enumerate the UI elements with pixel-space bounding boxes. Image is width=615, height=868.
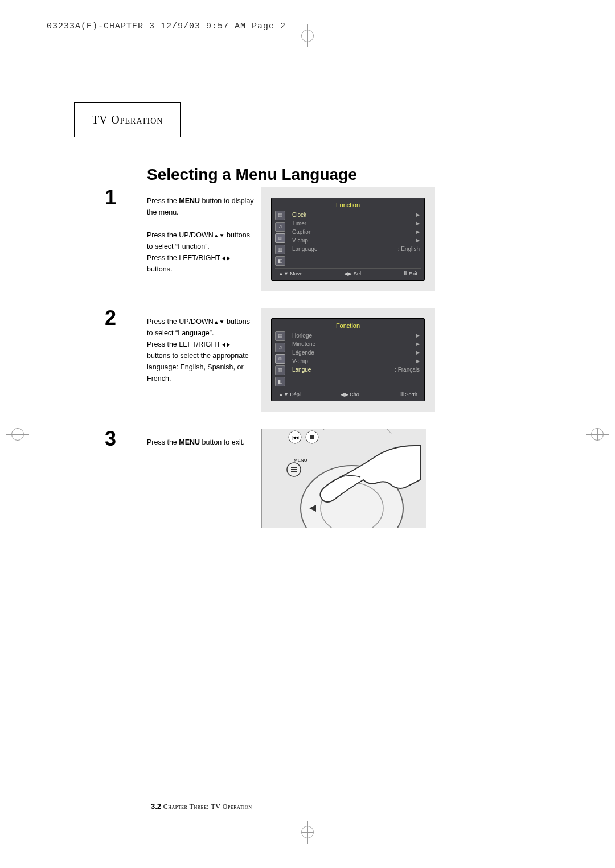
osd-screenshot-2: Fonction ▤ ♫ ⧈ ▥ ◧ Horloge▶ Minuterie▶ [261,308,435,412]
svg-rect-3 [310,435,314,439]
crop-mark-top [301,30,314,42]
osd-icon-column: ▤ ♫ ⧈ ▥ ◧ [275,331,291,386]
osd: Fonction ▤ ♫ ⧈ ▥ ◧ Horloge▶ Minuterie▶ [271,318,425,401]
up-down-arrows-icon [214,231,225,239]
osd-tab-icon: ⧈ [275,354,285,364]
svg-rect-5 [291,469,297,470]
osd-icon-column: ▤ ♫ ⧈ ▥ ◧ [275,211,291,266]
osd-screenshot-1: Function ▤ ♫ ⧈ ▥ ◧ Clock▶ Timer▶ Capti [261,187,435,291]
osd-item: Horloge▶ [291,331,421,340]
osd-tab-icon: ♫ [275,222,285,232]
osd-tab-icon: ⧈ [275,233,285,243]
osd-title: Fonction [275,322,421,329]
osd-tab-icon: ▥ [275,365,285,375]
svg-text:|◀◀: |◀◀ [292,435,299,440]
osd: Function ▤ ♫ ⧈ ▥ ◧ Clock▶ Timer▶ Capti [271,198,425,281]
section-title: TV Operation [92,113,163,126]
osd-tab-icon: ♫ [275,343,285,352]
step-number: 3 [74,429,147,449]
step-number: 2 [74,308,147,328]
left-right-arrows-icon [222,340,230,348]
crop-mark-bottom [301,826,314,838]
step-text: Press the MENU button to exit. [147,437,261,448]
osd-item: Minuterie▶ [291,340,421,348]
osd-item: Timer▶ [291,219,421,228]
step-3: 3 Press the MENU button to exit. |◀◀ MEN… [74,429,541,528]
page-footer: 3.2 Chapter Three: TV Operation [151,802,252,811]
left-right-arrows-icon [222,254,230,262]
step-number: 1 [74,187,147,208]
osd-tab-icon: ▤ [275,331,285,341]
svg-rect-6 [291,471,297,472]
osd-tab-icon: ◧ [275,377,285,386]
up-down-arrows-icon [214,318,225,326]
remote-illustration: |◀◀ MENU [261,429,426,528]
svg-rect-4 [291,467,297,468]
osd-list: Horloge▶ Minuterie▶ Légende▶ V-chip▶ Lan… [291,331,421,386]
page-number: 3.2 [151,802,161,811]
step-text: Press the MENU button to display the men… [147,195,261,275]
osd-title: Function [275,201,421,208]
step-2: 2 Press the UP/DOWN buttons to select “L… [74,308,541,412]
menu-label: MENU [294,458,308,463]
osd-item: Légende▶ [291,348,421,357]
osd-tab-icon: ▥ [275,245,285,254]
remote-svg: |◀◀ MENU [272,429,426,528]
osd-tab-icon: ◧ [275,256,285,266]
step-text: Press the UP/DOWN buttons to select “Lan… [147,316,261,384]
osd-item: Langue: Français [291,365,421,374]
step-1: 1 Press the MENU button to display the m… [74,187,541,291]
page-title: Selecting a Menu Language [147,166,541,184]
osd-list: Clock▶ Timer▶ Caption▶ V-chip▶ Language:… [291,211,421,266]
print-header: 03233A(E)-CHAPTER 3 12/9/03 9:57 AM Page… [47,22,286,31]
crop-mark-right [591,428,604,441]
osd-item: Clock▶ [291,211,421,219]
osd-item: Language: English [291,245,421,253]
osd-footer: ▲▼ Dépl ◀▶ Cho. Ⅲ Sortir [275,389,421,397]
crop-mark-left [11,428,24,441]
section-title-box: TV Operation [74,102,181,137]
osd-item: Caption▶ [291,228,421,236]
chapter-label: Chapter Three: TV Operation [163,803,252,811]
osd-item: V-chip▶ [291,236,421,245]
osd-item: V-chip▶ [291,357,421,365]
osd-tab-icon: ▤ [275,211,285,220]
content: TV Operation Selecting a Menu Language 1… [74,102,541,545]
page: 03233A(E)-CHAPTER 3 12/9/03 9:57 AM Page… [0,0,615,868]
osd-footer: ▲▼ Move ◀▶ Sel. Ⅲ Exit [275,268,421,277]
